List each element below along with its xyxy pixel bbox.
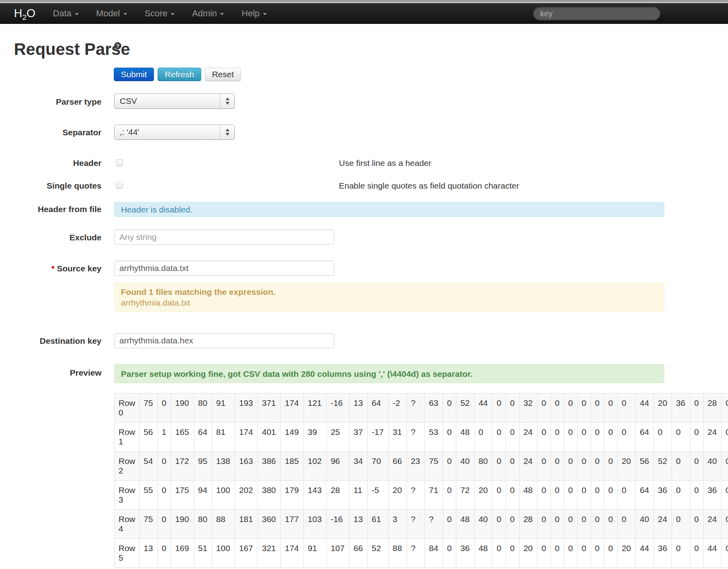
table-cell: 0 bbox=[158, 394, 171, 423]
table-cell: 0 bbox=[506, 394, 520, 423]
table-cell: 100 bbox=[212, 481, 235, 510]
table-cell: 169 bbox=[171, 539, 194, 568]
table-cell: 36 bbox=[654, 539, 672, 568]
table-cell: 0 bbox=[492, 481, 506, 510]
table-cell: 100 bbox=[212, 539, 235, 568]
table-cell: 0 bbox=[672, 452, 690, 481]
table-cell: 24 bbox=[703, 510, 722, 539]
table-cell: 177 bbox=[281, 510, 304, 539]
single-quotes-label: Single quotes bbox=[0, 181, 101, 191]
table-cell: 11 bbox=[349, 481, 368, 510]
table-cell: 386 bbox=[258, 452, 281, 481]
table-cell: 0 bbox=[564, 394, 578, 423]
table-cell: 32 bbox=[519, 394, 537, 423]
table-cell: 0 bbox=[722, 481, 728, 510]
submit-button[interactable]: Submit bbox=[114, 68, 154, 81]
table-cell: 174 bbox=[235, 423, 258, 452]
preview-table-container[interactable]: Row 07501908091193371174121-161364-2?630… bbox=[114, 393, 728, 568]
preview-label: Preview bbox=[0, 368, 101, 378]
table-cell: 13 bbox=[140, 539, 158, 568]
table-cell: 52 bbox=[456, 394, 475, 423]
table-cell: 0 bbox=[551, 452, 564, 481]
table-cell: 0 bbox=[604, 481, 618, 510]
table-cell: ? bbox=[407, 539, 425, 568]
refresh-button[interactable]: Refresh bbox=[158, 68, 201, 81]
table-cell: 84 bbox=[425, 539, 443, 568]
table-cell: 36 bbox=[703, 481, 722, 510]
table-cell: 0 bbox=[690, 510, 703, 539]
nav-item-data[interactable]: Data bbox=[44, 3, 87, 24]
table-cell: 0 bbox=[577, 452, 591, 481]
header-help-text: Use first line as a header bbox=[339, 158, 431, 168]
header-checkbox[interactable] bbox=[116, 159, 123, 166]
table-cell: 40 bbox=[703, 452, 722, 481]
table-cell: 95 bbox=[194, 452, 212, 481]
table-cell: 96 bbox=[327, 452, 350, 481]
table-cell: ? bbox=[407, 394, 425, 423]
table-cell: 61 bbox=[368, 510, 389, 539]
table-cell: 0 bbox=[564, 423, 578, 452]
table-cell: 55 bbox=[140, 481, 158, 510]
nav-item-score[interactable]: Score bbox=[136, 3, 183, 24]
table-cell: 25 bbox=[327, 423, 350, 452]
parser-type-select[interactable]: CSV bbox=[114, 94, 235, 109]
table-cell: 121 bbox=[304, 394, 327, 423]
table-cell: 0 bbox=[564, 452, 578, 481]
table-cell: 0 bbox=[506, 481, 520, 510]
single-quotes-checkbox[interactable] bbox=[116, 182, 123, 189]
required-star: * bbox=[51, 264, 55, 273]
source-key-input[interactable] bbox=[114, 261, 334, 276]
table-cell: 80 bbox=[474, 452, 492, 481]
table-cell: 0 bbox=[158, 510, 171, 539]
table-cell: 0 bbox=[537, 510, 551, 539]
table-cell: -16 bbox=[327, 510, 350, 539]
nav-item-help[interactable]: Help bbox=[233, 3, 275, 24]
table-cell: 24 bbox=[519, 423, 537, 452]
nav-item-model[interactable]: Model bbox=[88, 3, 136, 24]
nav-item-admin[interactable]: Admin bbox=[183, 3, 233, 24]
select-spinner-icon bbox=[220, 94, 234, 108]
table-cell: 174 bbox=[281, 394, 304, 423]
table-cell: 0 bbox=[158, 452, 171, 481]
table-cell: 0 bbox=[492, 394, 506, 423]
nav-item-label: Data bbox=[53, 8, 71, 19]
parser-type-label: Parser type bbox=[0, 97, 101, 107]
table-cell: 0 bbox=[492, 423, 506, 452]
table-cell: 39 bbox=[304, 423, 327, 452]
row-label-cell: Row 4 bbox=[115, 510, 140, 539]
table-cell: 0 bbox=[722, 510, 728, 539]
table-cell: 0 bbox=[591, 394, 604, 423]
table-cell: ? bbox=[425, 510, 443, 539]
table-cell: 0 bbox=[551, 423, 564, 452]
table-cell: 24 bbox=[519, 452, 537, 481]
table-cell: 0 bbox=[672, 423, 690, 452]
table-cell: 75 bbox=[140, 510, 158, 539]
help-icon[interactable]: ? bbox=[114, 42, 121, 49]
destination-key-input[interactable] bbox=[114, 333, 334, 348]
nav-item-label: Score bbox=[145, 8, 167, 19]
key-search-input[interactable] bbox=[533, 7, 660, 20]
table-cell: 44 bbox=[703, 539, 722, 568]
table-cell: 56 bbox=[140, 423, 158, 452]
h2o-logo[interactable]: H2O bbox=[14, 7, 35, 20]
table-cell: 190 bbox=[171, 510, 194, 539]
separator-select[interactable]: ,: '44' bbox=[114, 125, 235, 140]
table-cell: 0 bbox=[672, 481, 690, 510]
table-cell: 48 bbox=[474, 539, 492, 568]
nav-item-label: Model bbox=[96, 8, 120, 19]
table-cell: 34 bbox=[349, 452, 368, 481]
table-row: Row 254017295138163386185102963470662375… bbox=[115, 452, 728, 481]
table-cell: 0 bbox=[492, 539, 506, 568]
table-cell: 48 bbox=[519, 481, 537, 510]
table-cell: 0 bbox=[506, 539, 520, 568]
exclude-input[interactable] bbox=[114, 230, 334, 245]
reset-button[interactable]: Reset bbox=[205, 68, 241, 81]
table-cell: 36 bbox=[672, 394, 690, 423]
table-cell: 31 bbox=[389, 423, 407, 452]
table-cell: 13 bbox=[349, 394, 368, 423]
table-cell: 107 bbox=[327, 539, 350, 568]
table-cell: 23 bbox=[407, 452, 425, 481]
table-cell: 66 bbox=[349, 539, 368, 568]
table-cell: 174 bbox=[281, 539, 304, 568]
table-cell: 401 bbox=[258, 423, 281, 452]
